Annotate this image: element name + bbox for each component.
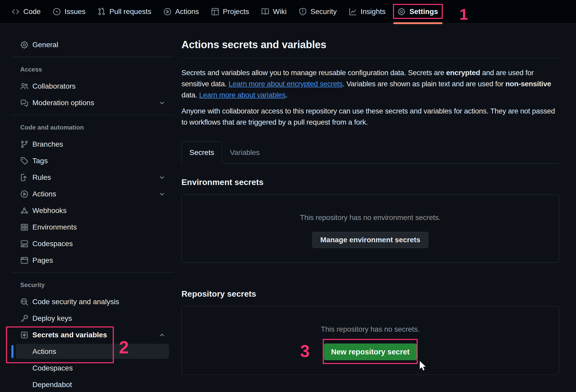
gear-icon [397, 8, 406, 16]
settings-main-content: Actions secrets and variables Secrets an… [181, 23, 559, 375]
sidebar-subitem-dependabot[interactable]: Dependabot [11, 376, 173, 392]
repo-nav-tabs: Code Issues Pull requests Actions Projec… [11, 0, 438, 23]
intro-paragraph-2: Anyone with collaborator access to this … [181, 105, 559, 128]
nav-item-code[interactable]: Code [11, 0, 41, 23]
sidebar-item-label: Environments [32, 223, 77, 231]
chevron-up-icon [158, 331, 166, 339]
learn-more-link[interactable]: Learn more about encrypted secrets [229, 80, 343, 88]
nav-item-label: Pull requests [109, 8, 151, 16]
sidebar-section-label-code-and-automation: Code and automation [11, 122, 173, 133]
sidebar-item-collaborators[interactable]: Collaborators [11, 78, 173, 95]
sidebar-subitem-label: Codespaces [32, 364, 73, 372]
nav-item-label: Projects [223, 8, 249, 16]
nav-item-insights[interactable]: Insights [349, 0, 386, 23]
rules-icon [20, 173, 29, 182]
sidebar-item-label: Actions [32, 190, 56, 198]
sidebar-item-label: Pages [32, 256, 53, 265]
play-icon [20, 190, 29, 198]
sidebar-item-rules[interactable]: Rules [11, 169, 173, 186]
nav-item-actions[interactable]: Actions [163, 0, 199, 23]
sidebar-item-codespaces[interactable]: Codespaces [11, 236, 173, 252]
git-branch-icon [20, 140, 29, 148]
sidebar-item-actions[interactable]: Actions [11, 186, 173, 202]
play-icon [163, 8, 172, 16]
sidebar-subitem-actions[interactable]: Actions [11, 343, 173, 360]
sidebar-item-secrets-and-variables[interactable]: Secrets and variables [11, 327, 173, 343]
nav-item-wiki[interactable]: Wiki [261, 0, 287, 23]
page-title: Actions secrets and variables [181, 39, 559, 51]
nav-item-security[interactable]: Security [299, 0, 337, 23]
sidebar-item-code-security-and-analysis[interactable]: Code security and analysis [11, 294, 173, 310]
learn-more-link[interactable]: Learn more about variables [199, 91, 285, 99]
intro-paragraph-1: Secrets and variables allow you to manag… [181, 67, 559, 101]
environment-secrets-heading: Environment secrets [181, 177, 559, 187]
annotation-step-3: 3 [300, 343, 310, 360]
sidebar-section-label-access: Access [11, 64, 173, 75]
sidebar-item-branches[interactable]: Branches [11, 136, 173, 153]
repository-secrets-box: This repository has no secrets. New repo… [181, 306, 559, 375]
github-repo-settings-page: Code Issues Pull requests Actions Projec… [0, 0, 576, 392]
secrets-variables-tabs: Secrets Variables [181, 141, 559, 164]
nav-item-label: Issues [65, 8, 86, 16]
sidebar-item-label: Codespaces [32, 240, 73, 248]
sidebar-item-label: Webhooks [32, 206, 67, 215]
sidebar-item-environments[interactable]: Environments [11, 219, 173, 236]
sidebar-item-label: Secrets and variables [32, 331, 107, 339]
issue-icon [53, 8, 61, 16]
nav-item-issues[interactable]: Issues [53, 0, 86, 23]
nav-item-label: Insights [361, 8, 386, 16]
sidebar-item-label: Moderation options [32, 99, 94, 107]
key-icon [20, 314, 29, 323]
chevron-down-icon [158, 99, 166, 106]
nav-item-label: Wiki [273, 8, 287, 16]
sidebar-section-label-security: Security [11, 280, 173, 290]
codescan-icon [20, 298, 29, 306]
body-text: to workflows that are triggered by a pul… [181, 118, 368, 126]
sidebar-item-moderation-options[interactable]: Moderation options [11, 95, 173, 111]
code-icon [11, 8, 20, 16]
book-icon [261, 8, 269, 16]
repo-top-nav: Code Issues Pull requests Actions Projec… [0, 0, 576, 23]
body-text: and are used for [480, 69, 534, 77]
environment-secrets-empty-text: This repository has no environment secre… [300, 214, 441, 222]
nav-item-label: Settings [409, 8, 438, 16]
new-repository-secret-button[interactable]: New repository secret [324, 344, 417, 360]
sidebar-item-general[interactable]: General [11, 37, 173, 53]
body-text: data. [181, 91, 199, 99]
nav-item-projects[interactable]: Projects [211, 0, 249, 23]
manage-environment-secrets-button[interactable]: Manage environment secrets [312, 232, 429, 248]
sidebar-item-tags[interactable]: Tags [11, 153, 173, 169]
bold-text: encrypted [446, 69, 480, 77]
webhook-icon [20, 206, 29, 215]
body-text: . Variables are shown as plain text and … [343, 80, 505, 88]
table-icon [211, 8, 219, 16]
bold-text: non-sensitive [505, 80, 551, 88]
sidebar-subitem-label: Dependabot [32, 381, 72, 389]
shield-icon [299, 8, 307, 16]
environments-icon [20, 223, 29, 231]
sidebar-item-pages[interactable]: Pages [11, 252, 173, 269]
body-text: sensitive data. [181, 80, 229, 88]
sidebar-item-label: Rules [32, 173, 51, 182]
chevron-down-icon [158, 174, 166, 181]
browser-icon [20, 256, 29, 265]
sidebar-divider [11, 115, 173, 115]
sidebar-item-label: General [32, 41, 58, 49]
sidebar-item-label: Tags [32, 157, 48, 165]
people-icon [20, 82, 29, 90]
sidebar-subitem-label: Actions [32, 347, 56, 356]
nav-item-settings[interactable]: Settings [397, 0, 438, 23]
body-text: . [285, 91, 287, 99]
sidebar-item-deploy-keys[interactable]: Deploy keys [11, 310, 173, 327]
sidebar-item-label: Collaborators [32, 82, 76, 90]
tab-secrets[interactable]: Secrets [181, 141, 222, 164]
nav-item-pull-requests[interactable]: Pull requests [97, 0, 151, 23]
tab-variables[interactable]: Variables [222, 141, 268, 164]
repository-secrets-empty-text: This repository has no secrets. [321, 325, 420, 333]
sidebar-subitem-codespaces[interactable]: Codespaces [11, 360, 173, 376]
sidebar-item-label: Branches [32, 140, 63, 148]
sidebar-item-webhooks[interactable]: Webhooks [11, 202, 173, 219]
graph-icon [349, 8, 357, 16]
nav-item-label: Actions [175, 8, 199, 16]
sidebar-divider [11, 272, 173, 273]
